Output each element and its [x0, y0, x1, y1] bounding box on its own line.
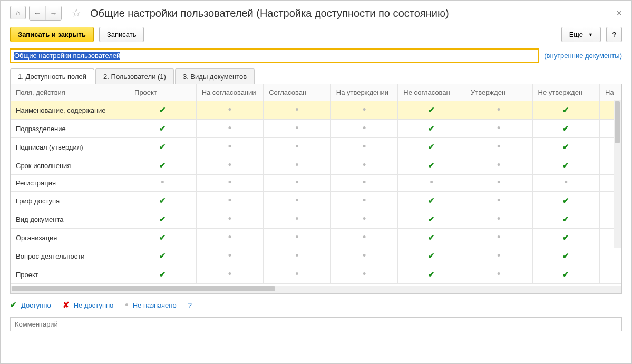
- vertical-scrollbar[interactable]: [614, 100, 621, 248]
- cell[interactable]: •: [465, 101, 532, 120]
- cell[interactable]: •: [532, 175, 600, 192]
- cell[interactable]: ✔: [398, 229, 465, 247]
- legend-label[interactable]: Не назначено: [133, 301, 177, 309]
- cell[interactable]: •: [264, 120, 331, 138]
- cell[interactable]: •: [465, 192, 532, 210]
- cell[interactable]: ✔: [532, 156, 600, 175]
- forward-button[interactable]: →: [45, 6, 61, 20]
- horizontal-scrollbar[interactable]: [11, 286, 621, 293]
- cell[interactable]: ✔: [129, 192, 197, 210]
- table-row[interactable]: Подписал (утвердил)✔•••✔•✔: [11, 138, 621, 156]
- cell[interactable]: ✔: [532, 265, 600, 284]
- col-header[interactable]: Утвержден: [465, 84, 532, 101]
- cell[interactable]: •: [264, 229, 331, 247]
- cell[interactable]: ✔: [532, 101, 600, 120]
- grid-scroll[interactable]: Поля, действия Проект На согласовании Со…: [11, 84, 621, 284]
- cell[interactable]: •: [264, 138, 331, 156]
- cell[interactable]: ✔: [532, 247, 600, 265]
- cell[interactable]: •: [196, 247, 264, 265]
- cell[interactable]: ✔: [532, 210, 600, 229]
- col-header[interactable]: На утверждении: [330, 84, 398, 101]
- cell[interactable]: •: [330, 210, 398, 229]
- legend-label[interactable]: Доступно: [21, 301, 51, 309]
- table-row[interactable]: Организация✔•••✔•✔: [11, 229, 621, 247]
- cell[interactable]: •: [465, 156, 532, 175]
- cell[interactable]: ✔: [398, 120, 465, 138]
- cell[interactable]: •: [264, 247, 331, 265]
- cell[interactable]: •: [196, 192, 264, 210]
- back-button[interactable]: ←: [30, 6, 45, 20]
- cell[interactable]: •: [330, 265, 398, 284]
- cell[interactable]: ✔: [398, 247, 465, 265]
- tab-doc-types[interactable]: 3. Виды документов: [175, 68, 255, 84]
- more-button[interactable]: Еще ▼: [561, 27, 601, 42]
- cell[interactable]: •: [196, 229, 264, 247]
- cell[interactable]: •: [465, 210, 532, 229]
- cell[interactable]: ✔: [532, 120, 600, 138]
- cell[interactable]: ✔: [398, 156, 465, 175]
- table-row[interactable]: Вид документа✔•••✔•✔: [11, 210, 621, 229]
- cell[interactable]: ✔: [532, 192, 600, 210]
- cell[interactable]: •: [465, 138, 532, 156]
- cell[interactable]: ✔: [129, 156, 197, 175]
- cell[interactable]: •: [264, 175, 331, 192]
- cell[interactable]: [600, 265, 621, 284]
- col-header[interactable]: Не согласован: [398, 84, 465, 101]
- cell[interactable]: •: [264, 210, 331, 229]
- col-header[interactable]: На: [600, 84, 621, 101]
- col-header[interactable]: На согласовании: [196, 84, 264, 101]
- cell[interactable]: •: [196, 101, 264, 120]
- cell[interactable]: ✔: [398, 138, 465, 156]
- cell[interactable]: •: [196, 138, 264, 156]
- cell[interactable]: ✔: [532, 229, 600, 247]
- table-row[interactable]: Вопрос деятельности✔•••✔•✔: [11, 247, 621, 265]
- cell[interactable]: ✔: [398, 210, 465, 229]
- cell[interactable]: •: [398, 175, 465, 192]
- cell[interactable]: ✔: [532, 138, 600, 156]
- table-row[interactable]: Проект✔•••✔•✔: [11, 265, 621, 284]
- name-input[interactable]: Общие настройки пользователей: [10, 48, 539, 63]
- cell[interactable]: •: [330, 229, 398, 247]
- col-header[interactable]: Согласован: [264, 84, 331, 101]
- col-header[interactable]: Проект: [129, 84, 197, 101]
- table-row[interactable]: Гриф доступа✔•••✔•✔: [11, 192, 621, 210]
- tab-users[interactable]: 2. Пользователи (1): [95, 68, 174, 84]
- cell[interactable]: ✔: [129, 247, 197, 265]
- close-button[interactable]: ×: [616, 8, 622, 19]
- cell[interactable]: •: [465, 247, 532, 265]
- save-close-button[interactable]: Записать и закрыть: [10, 27, 94, 42]
- cell[interactable]: •: [465, 175, 532, 192]
- cell[interactable]: •: [330, 247, 398, 265]
- cell[interactable]: •: [330, 120, 398, 138]
- scrollbar-thumb[interactable]: [615, 101, 620, 143]
- scrollbar-thumb[interactable]: [12, 286, 275, 291]
- tab-fields[interactable]: 1. Доступность полей: [10, 68, 94, 84]
- cell[interactable]: ✔: [129, 210, 197, 229]
- cell[interactable]: ✔: [129, 229, 197, 247]
- cell[interactable]: •: [330, 192, 398, 210]
- legend-label[interactable]: Не доступно: [74, 301, 114, 309]
- cell[interactable]: ✔: [398, 192, 465, 210]
- cell[interactable]: [600, 247, 621, 265]
- cell[interactable]: •: [330, 101, 398, 120]
- table-row[interactable]: Наименование, содержание✔•••✔•✔: [11, 101, 621, 120]
- cell[interactable]: •: [330, 156, 398, 175]
- cell[interactable]: •: [264, 101, 331, 120]
- cell[interactable]: ✔: [129, 120, 197, 138]
- table-row[interactable]: Подразделение✔•••✔•✔: [11, 120, 621, 138]
- col-header[interactable]: Поля, действия: [11, 84, 129, 101]
- cell[interactable]: •: [330, 138, 398, 156]
- cell[interactable]: ✔: [129, 138, 197, 156]
- cell[interactable]: •: [196, 265, 264, 284]
- internal-docs-link[interactable]: (внутренние документы): [544, 52, 622, 60]
- cell[interactable]: •: [196, 210, 264, 229]
- help-button[interactable]: ?: [606, 27, 622, 42]
- cell[interactable]: ✔: [129, 265, 197, 284]
- table-row[interactable]: Срок исполнения✔•••✔•✔: [11, 156, 621, 175]
- cell[interactable]: ✔: [398, 265, 465, 284]
- favorite-star[interactable]: ☆: [70, 7, 83, 19]
- cell[interactable]: •: [465, 120, 532, 138]
- legend-help-link[interactable]: ?: [188, 301, 192, 309]
- cell[interactable]: •: [196, 175, 264, 192]
- cell[interactable]: •: [465, 229, 532, 247]
